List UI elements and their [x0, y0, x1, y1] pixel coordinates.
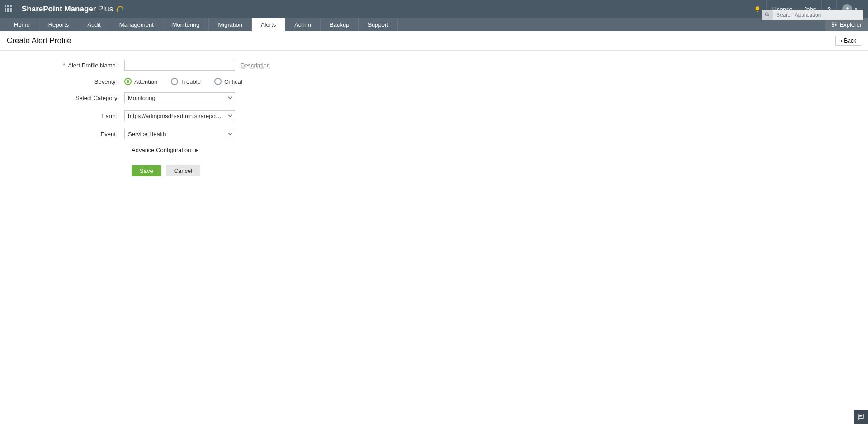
profile-name-label-text: Alert Profile Name :	[68, 62, 119, 69]
severity-radios: Attention Trouble Critical	[124, 78, 242, 85]
profile-name-input[interactable]	[124, 60, 235, 71]
back-label: Back	[844, 38, 856, 44]
profile-name-label: * Alert Profile Name :	[7, 62, 124, 69]
category-select[interactable]: Monitoring	[124, 92, 235, 103]
severity-critical[interactable]: Critical	[214, 78, 242, 85]
chevron-down-icon[interactable]	[225, 93, 235, 103]
tab-reports[interactable]: Reports	[39, 18, 79, 31]
navbar: Home Reports Audit Management Monitoring…	[0, 18, 868, 31]
chevron-down-icon[interactable]	[225, 129, 235, 139]
tab-backup[interactable]: Backup	[321, 18, 359, 31]
tab-monitoring[interactable]: Monitoring	[163, 18, 209, 31]
farm-select[interactable]: https://admpmsdn-admin.sharepoint	[124, 110, 235, 121]
tab-support[interactable]: Support	[359, 18, 398, 31]
explorer-label: Explorer	[840, 21, 862, 28]
severity-trouble-label: Trouble	[181, 78, 201, 85]
page-header: Create Alert Profile ‹ Back	[0, 31, 868, 51]
tab-management[interactable]: Management	[110, 18, 163, 31]
radio-icon	[214, 78, 222, 85]
required-asterisk: *	[63, 62, 65, 69]
brand: SharePoint Manager Plus	[22, 5, 124, 14]
farm-value: https://admpmsdn-admin.sharepoint	[125, 113, 225, 119]
tab-migration[interactable]: Migration	[209, 18, 251, 31]
brand-arc-icon	[116, 5, 124, 13]
description-link[interactable]: Description	[241, 62, 270, 69]
tab-alerts[interactable]: Alerts	[252, 18, 285, 31]
category-value: Monitoring	[125, 95, 225, 101]
triangle-right-icon: ▶	[195, 148, 198, 152]
radio-icon	[171, 78, 178, 85]
tab-admin[interactable]: Admin	[285, 18, 321, 31]
chevron-down-icon[interactable]	[225, 111, 235, 121]
severity-critical-label: Critical	[224, 78, 242, 85]
apps-grid-icon[interactable]	[5, 5, 13, 13]
search-icon	[762, 12, 773, 19]
back-button[interactable]: ‹ Back	[835, 36, 861, 46]
svg-point-0	[846, 7, 848, 9]
search-input[interactable]	[773, 10, 863, 20]
brand-suffix: Plus	[98, 5, 113, 13]
category-label: Select Category:	[7, 95, 124, 101]
severity-attention[interactable]: Attention	[124, 78, 157, 85]
severity-attention-label: Attention	[134, 78, 157, 85]
cancel-button[interactable]: Cancel	[166, 165, 200, 176]
tab-home[interactable]: Home	[5, 18, 39, 31]
save-button[interactable]: Save	[132, 165, 161, 176]
event-select[interactable]: Service Health	[124, 129, 235, 139]
topbar: SharePoint Manager Plus License Jobs ? ▼	[0, 0, 868, 18]
search-box[interactable]	[762, 10, 863, 20]
svg-point-1	[765, 13, 768, 15]
farm-label: Farm :	[7, 113, 124, 119]
severity-trouble[interactable]: Trouble	[171, 78, 201, 85]
page-title: Create Alert Profile	[7, 36, 71, 45]
advance-config-toggle[interactable]: Advance Configuration ▶	[132, 147, 861, 153]
event-label: Event :	[7, 131, 124, 138]
svg-line-2	[768, 15, 769, 16]
svg-rect-3	[832, 22, 834, 24]
tab-audit[interactable]: Audit	[78, 18, 110, 31]
brand-main: SharePoint Manager	[22, 5, 96, 13]
form: * Alert Profile Name : Description Sever…	[0, 51, 868, 190]
explorer-icon	[831, 21, 837, 29]
severity-label: Severity :	[7, 78, 124, 85]
event-value: Service Health	[125, 131, 225, 138]
chevron-left-icon: ‹	[840, 38, 842, 44]
radio-icon-selected	[124, 78, 132, 85]
advance-config-label: Advance Configuration	[132, 147, 191, 153]
